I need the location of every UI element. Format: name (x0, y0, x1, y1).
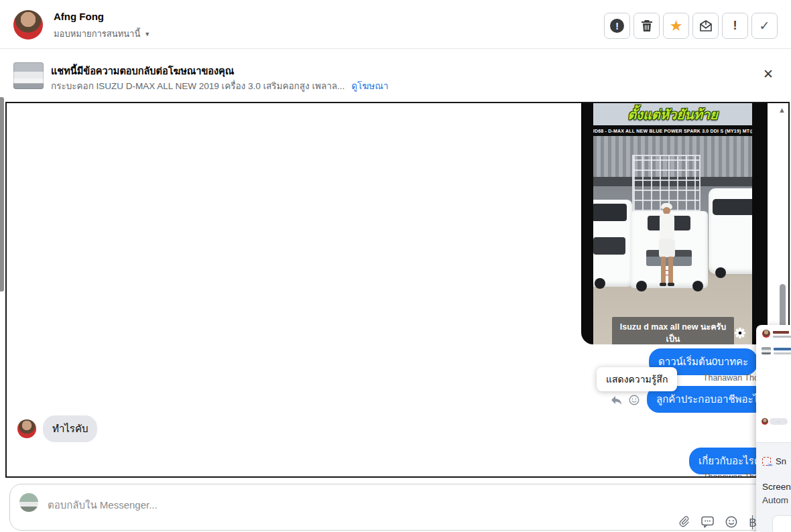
ad-reply-banner: แชทนี้มีข้อความตอบกลับต่อโฆษณาของคุณ กระ… (0, 49, 791, 102)
truck-left (593, 200, 632, 287)
ad-thumbnail[interactable] (13, 62, 44, 89)
conversation-header: Afng Fong มอบหมายการสนทนานี้ ▼ ! ★ (0, 0, 791, 49)
presenter-person (655, 203, 679, 305)
follow-up-button[interactable]: ! (722, 13, 748, 39)
reply-composer[interactable]: ตอบกลับใน Messenger... (9, 484, 782, 531)
chat-window: Afng Fong มอบหมายการสนทนานี้ ▼ ! ★ (0, 0, 791, 532)
emoji-icon (725, 516, 737, 528)
view-ad-link[interactable]: ดูโฆษณา (351, 81, 388, 91)
mark-unread-icon (699, 20, 713, 32)
star-icon: ★ (670, 19, 683, 34)
page-avatar (19, 493, 38, 512)
mini-banner-bar (774, 348, 791, 350)
mark-spam-button[interactable]: ! (604, 13, 630, 39)
caption-line1: Isuzu d max all new นะครับ เป็น (620, 322, 726, 344)
paperclip-icon (678, 515, 690, 528)
trash-icon (641, 19, 653, 32)
notification-title-fragment: Screen (762, 482, 791, 492)
exclamation-icon: ! (733, 19, 737, 33)
scroll-up-icon[interactable]: ▲ (778, 106, 786, 114)
wheel (636, 281, 647, 291)
mark-done-button[interactable]: ✓ (751, 13, 778, 39)
window-scrollbar-fragment[interactable] (0, 97, 4, 291)
notification-button-fragment[interactable] (772, 515, 791, 532)
ad-banner-description: กระบะคอก ISUZU D-MAX ALL NEW 2019 เครื่อ… (51, 78, 388, 93)
contact-avatar-small[interactable] (17, 419, 36, 438)
mark-unread-button[interactable] (692, 13, 719, 39)
ad-description-text: กระบะคอก ISUZU D-MAX ALL NEW 2019 เครื่อ… (51, 81, 345, 91)
video-caption: Isuzu d max all new นะครับ เป็น blue pow… (612, 317, 734, 344)
notification-app-row: ✂ Sn (762, 456, 786, 466)
emoji-react-icon[interactable] (629, 395, 640, 405)
mini-ad-thumb (762, 347, 771, 354)
wheel (692, 281, 703, 291)
mini-name-bar (773, 331, 789, 334)
delete-button[interactable] (633, 13, 660, 39)
reply-input[interactable]: ตอบกลับใน Messenger... (48, 497, 158, 513)
contact-name: Afng Fong (54, 11, 104, 22)
reply-icon[interactable] (611, 395, 622, 405)
video-title-bar: UD68 - D-MAX ALL NEW BLUE POWER SPARK 3.… (597, 125, 748, 136)
mini-subtitle-bar (773, 336, 791, 338)
video-headline-strip: ตั้งแต่หัวยันท้าย (593, 102, 752, 125)
assign-conversation-dropdown[interactable]: มอบหมายการสนทนานี้ ▼ (54, 27, 150, 41)
saved-replies-button[interactable] (701, 516, 714, 531)
scissors-glyph: ✂ (768, 462, 773, 468)
video-scene: Isuzu d max all new นะครับ เป็น blue pow… (593, 136, 752, 344)
message-scroll-area: ตั้งแต่หัวยันท้าย UD68 - D-MAX ALL NEW B… (5, 102, 790, 478)
chevron-down-icon: ▼ (144, 31, 150, 38)
composer-toolbar: B (678, 515, 757, 531)
header-action-bar: ! ★ ! (604, 13, 778, 39)
attach-file-button[interactable] (678, 515, 690, 531)
spam-icon: ! (610, 19, 624, 33)
star-button[interactable]: ★ (663, 13, 689, 39)
incoming-message-row: ทำไรคับ (17, 415, 97, 442)
notification-lower-section: ✂ Sn Screen Autom (756, 442, 791, 532)
video-frame: ตั้งแต่หัวยันท้าย UD68 - D-MAX ALL NEW B… (593, 102, 752, 344)
mini-bubble: ··· (770, 418, 788, 425)
screenshot-notification-panel[interactable]: ··· ✂ Sn Screen Autom (756, 325, 791, 532)
check-icon: ✓ (759, 18, 770, 34)
emoji-button[interactable] (725, 516, 737, 531)
notification-body-fragment: Autom (762, 495, 788, 505)
assign-label: มอบหมายการสนทนานี้ (54, 27, 140, 41)
notification-app-name: Sn (776, 456, 786, 466)
incoming-message[interactable]: ทำไรคับ (43, 415, 97, 442)
reaction-tooltip: แสดงความรู้สึก (597, 367, 677, 391)
saved-reply-icon (701, 516, 714, 528)
mini-banner-bar2 (774, 352, 791, 354)
contact-avatar[interactable] (13, 10, 43, 40)
wheel (595, 278, 605, 289)
snipping-tool-icon: ✂ (762, 457, 771, 466)
message-hover-actions (611, 395, 640, 405)
video-settings-gear-icon[interactable] (734, 327, 746, 339)
sender-label: Thanawan Tho (625, 472, 759, 478)
ad-banner-title: แชทนี้มีข้อความตอบกลับต่อโฆษณาของคุณ (51, 63, 234, 78)
video-headline-text: ตั้งแต่หัวยันท้าย (627, 104, 718, 125)
mini-avatar (762, 330, 770, 338)
truck-right (709, 188, 752, 274)
video-attachment[interactable]: ตั้งแต่หัวยันท้าย UD68 - D-MAX ALL NEW B… (581, 102, 768, 344)
wheel (715, 267, 726, 278)
close-icon[interactable]: ✕ (763, 68, 774, 80)
mini-avatar-2 (762, 418, 768, 425)
